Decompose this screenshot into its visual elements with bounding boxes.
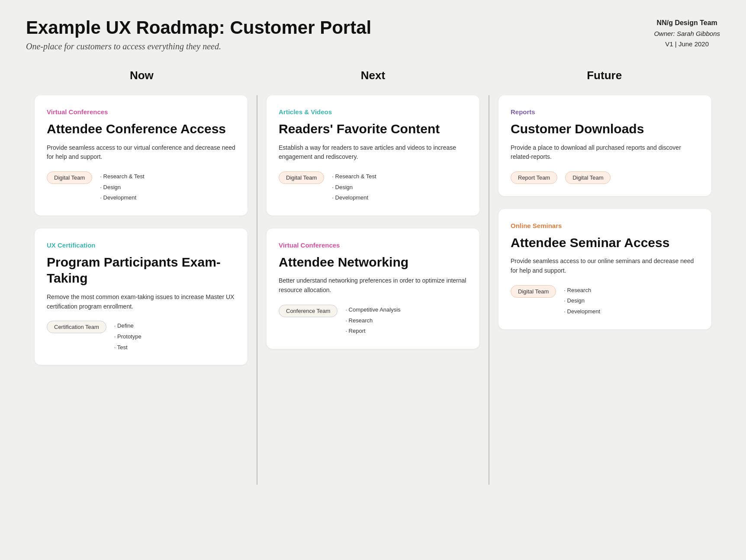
card-footer: Conference Team · Competitive Analysis ·… <box>279 305 467 337</box>
card-category: Articles & Videos <box>279 108 467 116</box>
card-category: Online Seminars <box>511 222 699 229</box>
task-item: · Competitive Analysis <box>345 305 400 315</box>
card-title: Readers' Favorite Content <box>279 121 467 137</box>
column-now: Virtual Conferences Attendee Conference … <box>26 95 256 365</box>
task-list: · Competitive Analysis · Research · Repo… <box>345 305 400 337</box>
card-desc: Establish a way for readers to save arti… <box>279 143 467 162</box>
card-category: Virtual Conferences <box>279 241 467 249</box>
page-subtitle: One-place for customers to access everyt… <box>26 42 371 51</box>
card-desc: Better understand networking preferences… <box>279 276 467 295</box>
card-exam-taking: UX Certification Program Participants Ex… <box>35 229 248 365</box>
card-title: Attendee Seminar Access <box>511 235 699 251</box>
card-category: Virtual Conferences <box>47 108 235 116</box>
team-badge: Digital Team <box>511 285 556 298</box>
card-title: Program Participants Exam-Taking <box>47 254 235 286</box>
owner-info: Owner: Sarah Gibbons <box>654 29 720 39</box>
card-desc: Remove the most common exam-taking issue… <box>47 293 235 311</box>
team-badge: Digital Team <box>47 171 92 184</box>
card-networking: Virtual Conferences Attendee Networking … <box>267 229 479 349</box>
team-badge: Conference Team <box>279 305 338 317</box>
team-badge-report: Report Team <box>511 171 557 184</box>
card-seminar-access: Online Seminars Attendee Seminar Access … <box>498 209 711 329</box>
card-downloads: Reports Customer Downloads Provide a pla… <box>498 95 711 196</box>
divider-now-next <box>257 95 257 485</box>
task-item: · Development <box>100 193 144 203</box>
card-footer: Digital Team · Research & Test · Design … <box>279 171 467 203</box>
task-list: · Define · Prototype · Test <box>114 321 141 353</box>
task-item: · Design <box>332 182 376 193</box>
col-header-next: Next <box>257 64 489 87</box>
roadmap-body: Virtual Conferences Attendee Conference … <box>26 95 720 485</box>
task-list: · Research & Test · Design · Development <box>100 171 144 203</box>
task-item: · Define <box>114 321 141 331</box>
task-item: · Report <box>345 326 400 337</box>
card-footer: Certification Team · Define · Prototype … <box>47 321 235 353</box>
column-future: Reports Customer Downloads Provide a pla… <box>490 95 720 329</box>
card-favorite-content: Articles & Videos Readers' Favorite Cont… <box>267 95 479 216</box>
header-right: NN/g Design Team Owner: Sarah Gibbons V1… <box>654 17 720 49</box>
org-name: NN/g Design Team <box>654 17 720 29</box>
team-badge-digital: Digital Team <box>565 171 611 184</box>
columns-header: Now Next Future <box>26 64 720 87</box>
version-info: V1 | June 2020 <box>654 39 720 49</box>
team-badge: Certification Team <box>47 321 106 333</box>
card-title: Attendee Conference Access <box>47 121 235 137</box>
task-item: · Prototype <box>114 331 141 342</box>
team-badge: Digital Team <box>279 171 324 184</box>
col-header-future: Future <box>489 64 720 87</box>
task-item: · Research <box>345 315 400 326</box>
task-item: · Development <box>332 193 376 203</box>
task-item: · Research & Test <box>100 171 144 182</box>
card-desc: Provide a place to download all purchase… <box>511 143 699 162</box>
task-item: · Design <box>564 296 600 306</box>
card-desc: Provide seamless access to our virtual c… <box>47 143 235 162</box>
card-attendee-conference: Virtual Conferences Attendee Conference … <box>35 95 248 216</box>
card-footer: Digital Team · Research & Test · Design … <box>47 171 235 203</box>
page-header: Example UX Roadmap: Customer Portal One-… <box>26 17 720 51</box>
card-footer: Report Team Digital Team <box>511 171 699 184</box>
divider-next-future <box>489 95 489 485</box>
card-footer: Digital Team · Research · Design · Devel… <box>511 285 699 317</box>
header-left: Example UX Roadmap: Customer Portal One-… <box>26 17 371 51</box>
owner-name: Sarah Gibbons <box>677 30 720 37</box>
task-item: · Research & Test <box>332 171 376 182</box>
task-item: · Test <box>114 342 141 353</box>
column-next: Articles & Videos Readers' Favorite Cont… <box>258 95 488 349</box>
task-list: · Research & Test · Design · Development <box>332 171 376 203</box>
owner-label: Owner <box>654 30 673 37</box>
task-list: · Research · Design · Development <box>564 285 600 317</box>
task-item: · Research <box>564 285 600 296</box>
card-title: Attendee Networking <box>279 254 467 270</box>
task-item: · Development <box>564 306 600 317</box>
card-category: Reports <box>511 108 699 116</box>
card-desc: Provide seamless access to our online se… <box>511 257 699 275</box>
card-category: UX Certification <box>47 241 235 249</box>
card-title: Customer Downloads <box>511 121 699 137</box>
col-header-now: Now <box>26 64 257 87</box>
task-item: · Design <box>100 182 144 193</box>
page-title: Example UX Roadmap: Customer Portal <box>26 17 371 38</box>
